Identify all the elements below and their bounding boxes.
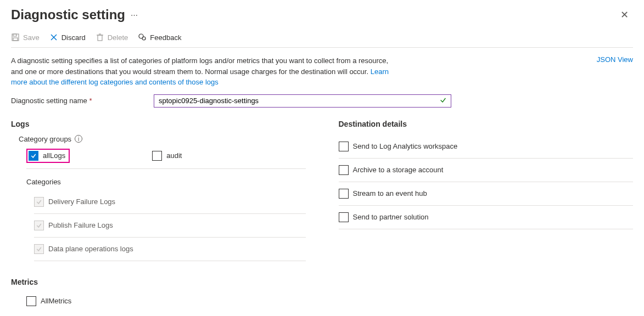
delete-label: Delete bbox=[108, 33, 128, 42]
partner-checkbox[interactable] bbox=[339, 212, 349, 222]
category-row-publish: Publish Failure Logs bbox=[34, 214, 306, 238]
delete-icon bbox=[96, 33, 104, 42]
audit-checkbox[interactable] bbox=[152, 151, 162, 161]
dest-row-storage: Archive to a storage account bbox=[339, 159, 634, 182]
audit-label: audit bbox=[166, 151, 182, 160]
delivery-failure-checkbox bbox=[34, 197, 44, 207]
save-icon bbox=[11, 33, 20, 42]
delete-button: Delete bbox=[96, 33, 128, 42]
feedback-button[interactable]: Feedback bbox=[138, 33, 181, 42]
more-icon[interactable]: ⋯ bbox=[131, 11, 139, 19]
eventhub-checkbox[interactable] bbox=[339, 189, 349, 199]
discard-label: Discard bbox=[61, 33, 86, 42]
discard-icon bbox=[49, 33, 58, 42]
alllogs-checkbox[interactable] bbox=[29, 151, 38, 161]
save-label: Save bbox=[23, 33, 40, 42]
partner-label: Send to partner solution bbox=[353, 213, 429, 221]
close-icon: ✕ bbox=[620, 9, 629, 20]
logs-heading: Logs bbox=[11, 120, 306, 128]
feedback-icon bbox=[138, 33, 147, 42]
loganalytics-label: Send to Log Analytics workspace bbox=[353, 142, 458, 150]
eventhub-label: Stream to an event hub bbox=[353, 189, 427, 198]
svg-rect-2 bbox=[13, 38, 18, 41]
toolbar: Save Discard Delete Feedback bbox=[11, 33, 633, 48]
allmetrics-checkbox[interactable] bbox=[26, 296, 36, 306]
name-field-label: Diagnostic setting name * bbox=[11, 97, 147, 105]
description-text: A diagnostic setting specifies a list of… bbox=[11, 55, 395, 88]
svg-point-9 bbox=[142, 37, 145, 40]
categories-label: Categories bbox=[26, 178, 306, 186]
category-groups-label: Category groups i bbox=[19, 135, 306, 143]
dataplane-checkbox bbox=[34, 244, 44, 254]
metrics-heading: Metrics bbox=[11, 278, 306, 286]
allmetrics-row: AllMetrics bbox=[26, 291, 306, 312]
diagnostic-name-input[interactable] bbox=[154, 94, 451, 108]
publish-failure-label: Publish Failure Logs bbox=[48, 221, 113, 229]
close-button[interactable]: ✕ bbox=[616, 7, 633, 23]
publish-failure-checkbox bbox=[34, 221, 44, 230]
json-view-link[interactable]: JSON View bbox=[597, 55, 633, 88]
allmetrics-label: AllMetrics bbox=[41, 297, 71, 305]
save-button: Save bbox=[11, 33, 40, 42]
category-row-dataplane: Data plane operations logs bbox=[34, 238, 306, 261]
storage-label: Archive to a storage account bbox=[353, 166, 444, 174]
info-icon[interactable]: i bbox=[75, 135, 82, 143]
dest-row-partner: Send to partner solution bbox=[339, 206, 634, 229]
valid-check-icon bbox=[439, 96, 447, 105]
category-row-delivery: Delivery Failure Logs bbox=[34, 190, 306, 214]
destination-heading: Destination details bbox=[339, 120, 634, 128]
svg-rect-1 bbox=[13, 34, 16, 36]
delivery-failure-label: Delivery Failure Logs bbox=[48, 198, 115, 206]
loganalytics-checkbox[interactable] bbox=[339, 142, 349, 151]
storage-checkbox[interactable] bbox=[339, 165, 349, 175]
feedback-label: Feedback bbox=[150, 33, 181, 42]
dest-row-eventhub: Stream to an event hub bbox=[339, 182, 634, 206]
discard-button[interactable]: Discard bbox=[49, 33, 86, 42]
page-title: Diagnostic setting bbox=[11, 7, 125, 22]
dataplane-label: Data plane operations logs bbox=[48, 245, 133, 253]
dest-row-loganalytics: Send to Log Analytics workspace bbox=[339, 135, 634, 159]
svg-rect-5 bbox=[98, 35, 102, 41]
alllogs-highlight: allLogs bbox=[26, 149, 70, 163]
alllogs-label: allLogs bbox=[43, 151, 65, 160]
